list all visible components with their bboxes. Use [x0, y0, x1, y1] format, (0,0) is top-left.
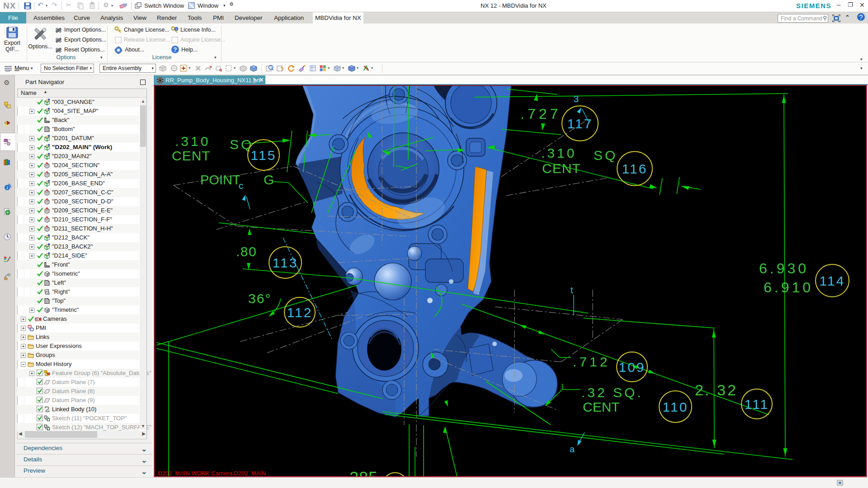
svg-text:CENT: CENT: [583, 399, 620, 414]
svg-text:.32 SQ.: .32 SQ.: [581, 385, 643, 400]
svg-text:a: a: [570, 444, 575, 454]
svg-text:109: 109: [618, 360, 645, 375]
svg-text:36°: 36°: [248, 291, 271, 306]
svg-text:115: 115: [251, 148, 277, 163]
svg-text:6.930: 6.930: [759, 260, 809, 277]
svg-text:CENT: CENT: [172, 148, 211, 163]
svg-text:117: 117: [567, 116, 593, 131]
svg-text:2.: 2.: [695, 381, 710, 399]
svg-text:.80: .80: [236, 244, 257, 259]
svg-text:32: 32: [717, 381, 738, 399]
svg-text:116: 116: [622, 161, 648, 176]
svg-text:SQ: SQ: [230, 137, 254, 152]
svg-text:.310: .310: [541, 145, 576, 160]
svg-text:D202_MAIN WORK Camera D202_MAI: D202_MAIN WORK Camera D202_MAIN: [158, 470, 266, 476]
svg-text:CENT: CENT: [542, 161, 581, 176]
svg-text:G: G: [264, 172, 274, 187]
svg-text:112: 112: [287, 305, 313, 320]
svg-text:.712: .712: [573, 354, 610, 369]
svg-text:.310: .310: [175, 134, 210, 149]
svg-text:SQ: SQ: [594, 148, 618, 163]
svg-text:110: 110: [663, 399, 689, 414]
svg-text:3: 3: [574, 94, 579, 104]
svg-text:6.910: 6.910: [764, 279, 813, 296]
svg-text:i: i: [176, 27, 177, 31]
svg-text:t: t: [571, 285, 573, 295]
svg-text:111: 111: [745, 397, 769, 412]
svg-text:113: 113: [273, 255, 298, 270]
svg-text:POINT: POINT: [200, 173, 241, 187]
svg-text:285: 285: [349, 469, 378, 476]
svg-text:.727: .727: [520, 106, 561, 122]
svg-text:114: 114: [820, 273, 845, 288]
